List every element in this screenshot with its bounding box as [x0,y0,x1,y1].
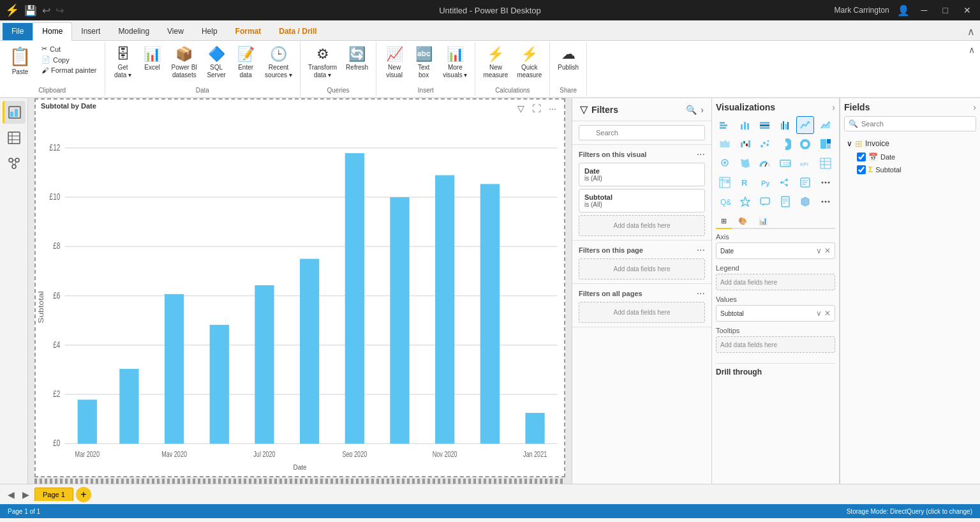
viz-expand-button[interactable]: › [832,102,835,112]
sidebar-report-view-button[interactable] [3,101,26,124]
tab-home[interactable]: Home [33,22,72,41]
viz-icon-map[interactable] [716,154,734,172]
power-bi-datasets-button[interactable]: 📦 Power BIdatasets [168,43,202,82]
viz-icon-chat[interactable] [756,193,774,211]
viz-format-tab-fields[interactable]: ⊞ [716,214,732,229]
viz-icon-card[interactable]: 123 [776,154,794,172]
viz-icon-smart-narrative[interactable] [796,174,814,191]
filter-page-more-button[interactable]: ··· [697,244,705,256]
viz-icon-clustered-column[interactable] [776,116,794,134]
undo-icon[interactable]: ↩ [42,4,50,17]
format-painter-button[interactable]: 🖌 Format painter [38,65,101,75]
new-visual-button[interactable]: 📈 Newvisual [380,43,408,82]
sidebar-model-view-button[interactable] [3,152,26,175]
filter-page-add-fields[interactable]: Add data fields here [579,258,705,280]
viz-format-tab-format[interactable]: 🎨 [733,214,752,229]
resize-handle[interactable] [34,479,565,484]
copy-button[interactable]: 📄 Copy [38,54,101,65]
user-avatar[interactable]: 👤 [897,4,910,17]
get-data-button[interactable]: 🗄 Getdata ▾ [109,43,137,82]
text-box-button[interactable]: 🔤 Textbox [410,43,438,82]
more-visuals-button[interactable]: 📊 Morevisuals ▾ [439,43,471,82]
save-icon[interactable]: 💾 [24,4,37,17]
tab-view[interactable]: View [158,23,193,40]
more-options-button[interactable]: ··· [546,102,559,115]
viz-icon-shape-map[interactable] [796,193,814,211]
visual-container[interactable]: Subtotal by Date ▽ ⛶ ··· £0 £2 £4 £6 £8 … [34,98,565,477]
new-measure-button[interactable]: ⚡ Newmeasure [479,43,512,82]
viz-icon-stacked-bar[interactable] [716,116,734,134]
filters-search-toggle-button[interactable]: 🔍 [686,105,697,115]
field-date-checkbox[interactable] [857,153,866,161]
viz-format-tab-analytics[interactable]: 📊 [754,214,773,229]
filter-card-subtotal[interactable]: Subtotal is (All) [579,189,705,213]
cut-button[interactable]: ✂ Cut [38,43,101,54]
maximize-button[interactable]: □ [939,4,952,17]
viz-values-dropdown-icon[interactable]: ∨ [816,309,822,318]
sql-server-button[interactable]: 🔷 SQLServer [202,43,230,82]
refresh-button[interactable]: 🔄 Refresh [342,43,372,74]
filter-visual-button[interactable]: ▽ [515,102,527,115]
ribbon-collapse-icon[interactable]: ∧ [962,23,980,40]
viz-icon-waterfall[interactable] [736,135,754,153]
tab-data-drill[interactable]: Data / Drill [270,23,325,40]
tab-modeling[interactable]: Modeling [109,23,158,40]
publish-button[interactable]: ☁ Publish [554,43,583,74]
viz-icon-more-2[interactable] [817,193,835,211]
viz-legend-empty[interactable]: Add data fields here [716,274,835,290]
viz-icon-qna[interactable]: Q& [716,193,734,211]
tab-help[interactable]: Help [193,23,226,40]
page-next-button[interactable]: ▶ [20,488,32,501]
viz-icon-100-stacked-bar[interactable] [756,116,774,134]
viz-axis-remove-icon[interactable]: ✕ [824,246,831,255]
page-prev-button[interactable]: ◀ [5,488,17,501]
filter-visual-add-fields[interactable]: Add data fields here [579,215,705,236]
filter-all-add-fields[interactable]: Add data fields here [579,302,705,323]
viz-icon-paginated[interactable] [776,193,794,211]
tab-insert[interactable]: Insert [72,23,109,40]
fields-search-input[interactable] [844,116,976,131]
viz-icon-ribbon[interactable] [716,135,734,153]
minimize-button[interactable]: ─ [917,4,932,17]
viz-icon-gauge[interactable] [756,154,774,172]
viz-values-remove-icon[interactable]: ✕ [824,309,831,318]
viz-icon-line-chart[interactable] [796,116,814,134]
viz-icon-ai-insights[interactable] [736,193,754,211]
viz-icon-pie[interactable] [776,135,794,153]
filter-card-date[interactable]: Date is (All) [579,163,705,186]
viz-icon-more[interactable] [817,174,835,191]
viz-icon-scatter[interactable] [756,135,774,153]
excel-button[interactable]: 📊 Excel [138,43,167,74]
field-subtotal-checkbox[interactable] [857,165,866,174]
viz-icon-stacked-column[interactable] [736,116,754,134]
page-tab-1[interactable]: Page 1 [34,488,73,501]
tab-file[interactable]: File [3,23,33,40]
viz-icon-filled-map[interactable] [736,154,754,172]
tab-format[interactable]: Format [226,23,271,40]
viz-icon-python-visual[interactable]: Py [756,174,774,191]
viz-icon-matrix[interactable] [716,174,734,191]
sidebar-data-view-button[interactable] [3,126,26,149]
quick-measure-button[interactable]: ⚡ Quickmeasure [513,43,546,82]
close-button[interactable]: ✕ [960,4,975,17]
ribbon-expand-icon[interactable]: ∧ [963,42,980,57]
viz-values-value[interactable]: Subtotal ∨ ✕ [716,305,835,322]
field-item-date[interactable]: 📅 Date [844,151,976,163]
viz-tooltips-empty[interactable]: Add data fields here [716,336,835,353]
viz-icon-kpi[interactable]: KPI [796,154,814,172]
viz-icon-table[interactable] [817,154,835,172]
field-item-subtotal[interactable]: Σ Subtotal [844,163,976,176]
filter-all-more-button[interactable]: ··· [697,288,705,299]
field-table-invoice-header[interactable]: ∨ ⊞ Invoice [844,137,976,151]
filter-visual-more-button[interactable]: ··· [697,149,705,160]
filters-expand-button[interactable]: › [701,105,704,115]
viz-axis-dropdown-icon[interactable]: ∨ [816,246,822,255]
recent-sources-button[interactable]: 🕒 Recentsources ▾ [261,43,296,82]
viz-icon-decomp-tree[interactable] [776,174,794,191]
add-page-button[interactable]: + [76,487,91,502]
fields-expand-button[interactable]: › [973,102,976,112]
transform-data-button[interactable]: ⚙ Transformdata ▾ [304,43,341,82]
viz-icon-area-chart[interactable] [817,116,835,134]
storage-mode-text[interactable]: Storage Mode: DirectQuery (click to chan… [847,508,972,515]
redo-icon[interactable]: ↪ [56,4,64,17]
